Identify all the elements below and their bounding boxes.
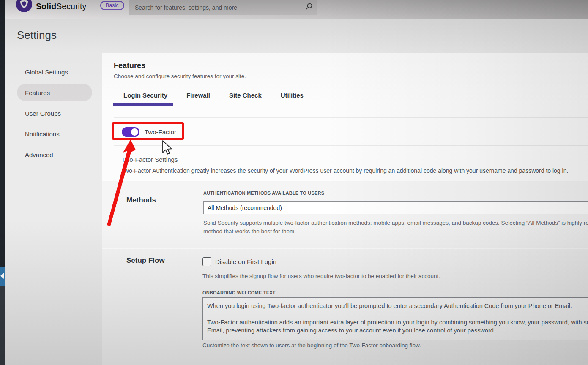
app-header: SolidSecurity Basic: [5, 0, 588, 19]
row-divider: [114, 117, 588, 118]
sidebar-item-label: Advanced: [25, 151, 53, 158]
tab-utilities[interactable]: Utilities: [281, 92, 304, 99]
solid-security-logo: [16, 0, 32, 12]
search-icon: [305, 3, 312, 12]
disable-on-first-login-label: Disable on First Login: [215, 258, 276, 265]
brand-name-bold: Solid: [36, 2, 56, 11]
disable-on-first-login-checkbox[interactable]: [202, 257, 211, 266]
two-factor-settings-heading: Two-Factor Settings: [121, 156, 178, 163]
feature-tabs: Login Security Firewall Site Check Utili…: [123, 92, 304, 99]
solid-security-settings-screen: SolidSecurity Basic Settings Global Sett…: [0, 0, 588, 365]
onboarding-welcome-textarea[interactable]: When you login using Two-factor authenti…: [202, 297, 588, 340]
textarea-line: Two-Factor authentication adds an import…: [207, 319, 588, 327]
row-divider: [114, 145, 588, 146]
brand-name-light: Security: [56, 2, 86, 11]
setup-flow-help: This simplifies the signup flow for user…: [202, 273, 588, 279]
plan-badge: Basic: [100, 1, 124, 10]
setup-flow-section: Setup Flow Disable on First Login This s…: [102, 249, 588, 365]
sidebar-item-label: User Groups: [25, 110, 61, 117]
sidebar-item-label: Features: [25, 89, 50, 96]
panel-title: Features: [114, 61, 145, 70]
active-tab-underline: [113, 103, 173, 106]
wp-admin-sidebar-strip-lower: [0, 286, 5, 365]
two-factor-settings-description: Two-Factor Authentication greatly increa…: [121, 167, 586, 174]
sidebar-item-label: Global Settings: [25, 68, 68, 76]
sidebar-item-user-groups[interactable]: User Groups: [17, 105, 92, 122]
page-title: Settings: [17, 29, 57, 42]
features-panel: Features Choose and configure security f…: [102, 53, 588, 365]
methods-section-label: Methods: [126, 196, 156, 204]
textarea-line: Email, preventing attackers from gaining…: [207, 327, 588, 335]
sidebar-item-features[interactable]: Features: [17, 84, 92, 101]
tabs-divider: [102, 106, 588, 106]
sidebar-item-advanced[interactable]: Advanced: [17, 146, 92, 163]
chevron-left-icon: [0, 272, 5, 281]
search-input[interactable]: [134, 4, 305, 11]
sidebar-item-notifications[interactable]: Notifications: [17, 125, 92, 142]
onboarding-welcome-help: Customize the text shown to users at the…: [202, 342, 588, 349]
setup-flow-section-label: Setup Flow: [126, 256, 165, 265]
sidebar-item-global-settings[interactable]: Global Settings: [17, 63, 92, 80]
authentication-methods-field-label: AUTHENTICATION METHODS AVAILABLE TO USER…: [203, 191, 324, 196]
highlight-box-annotation: [112, 122, 184, 140]
methods-section: Methods AUTHENTICATION METHODS AVAILABLE…: [102, 181, 588, 248]
search-bar[interactable]: [129, 0, 317, 15]
methods-help-line-2: method that works the best for them.: [203, 228, 588, 234]
textarea-line: When you login using Two-factor authenti…: [207, 302, 588, 310]
authentication-methods-select[interactable]: All Methods (recommended): [203, 201, 588, 214]
panel-subtitle: Choose and configure security features f…: [114, 73, 246, 79]
select-value: All Methods (recommended): [208, 204, 282, 211]
tab-site-check[interactable]: Site Check: [229, 92, 262, 99]
textarea-paragraph-gap: [207, 310, 588, 319]
collapse-menu-button[interactable]: [0, 267, 5, 286]
shield-icon: [20, 0, 28, 12]
methods-help-line-1: Solid Security supports multiple two-fac…: [203, 220, 588, 226]
tab-firewall[interactable]: Firewall: [186, 92, 210, 99]
tab-login-security[interactable]: Login Security: [123, 92, 167, 99]
brand-name: SolidSecurity: [36, 2, 86, 11]
onboarding-welcome-text-label: ONBOARDING WELCOME TEXT: [202, 290, 276, 295]
sidebar-item-label: Notifications: [25, 131, 60, 138]
